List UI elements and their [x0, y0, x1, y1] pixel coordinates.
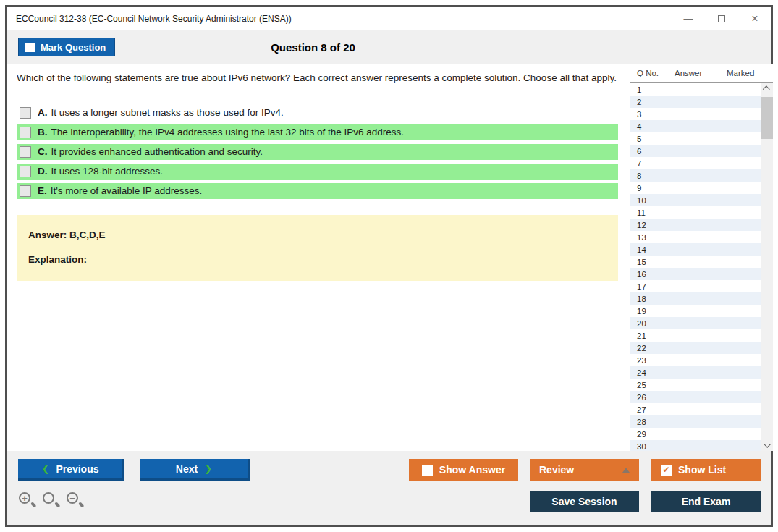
options-list: A. It uses a longer subnet masks as thos… [17, 105, 618, 199]
window-title: ECCouncil 312-38 (EC-Council Network Sec… [16, 14, 672, 24]
next-button[interactable]: Next ❯ [140, 459, 250, 481]
question-list-row[interactable]: 19 [630, 305, 761, 317]
show-list-checkbox[interactable]: ✔ [661, 465, 672, 476]
question-list-row[interactable]: 26 [630, 391, 761, 403]
question-list-row[interactable]: 4 [630, 120, 761, 132]
option-text: It provides enhanced authentication and … [51, 146, 263, 157]
question-number: 3 [637, 110, 641, 119]
question-list-row[interactable]: 22 [630, 342, 761, 354]
question-list-row[interactable]: 2 [630, 96, 761, 108]
question-list-row[interactable]: 8 [630, 169, 761, 182]
question-number: 30 [637, 442, 646, 451]
previous-label: Previous [56, 463, 98, 475]
question-list-row[interactable]: 3 [630, 108, 761, 120]
zoom-toolbar: + − [19, 492, 84, 512]
question-list-scrollbar[interactable] [761, 83, 773, 451]
question-number: 9 [637, 184, 641, 193]
question-list-body: 1 2 3 4 5 6 7 8 9 10 11 12 13 14 15 [630, 83, 773, 451]
question-number: 16 [637, 270, 646, 279]
answer-option[interactable]: E. It's more of available IP addresses. [17, 183, 618, 199]
option-text: The interoperability, the IPv4 addresses… [51, 127, 405, 138]
zoom-in-icon[interactable]: + [19, 492, 36, 512]
scroll-up-icon[interactable] [761, 83, 773, 95]
question-number: 22 [637, 344, 646, 352]
question-panel: Which of the following statements are tr… [7, 64, 630, 451]
question-list-row[interactable]: 6 [630, 145, 761, 157]
end-exam-button[interactable]: End Exam [651, 491, 761, 512]
option-letter: D. [38, 166, 48, 177]
question-list-row[interactable]: 25 [630, 379, 761, 391]
question-number: 27 [637, 405, 646, 414]
minimize-button[interactable]: — [672, 7, 705, 30]
question-list-header: Q No. Answer Marked [630, 64, 773, 83]
option-text: It uses a longer subnet masks as those u… [51, 107, 284, 118]
answer-option[interactable]: D. It uses 128-bit addresses. [17, 164, 618, 180]
maximize-icon [718, 15, 725, 22]
footer-band: ❮ Previous Next ❯ Show Answer Review ✔ S… [7, 451, 771, 525]
option-letter: C. [38, 146, 48, 157]
question-list-row[interactable]: 11 [630, 206, 761, 219]
question-list-row[interactable]: 7 [630, 157, 761, 169]
question-list-row[interactable]: 28 [630, 415, 761, 428]
question-number: 7 [637, 159, 641, 168]
show-answer-button[interactable]: Show Answer [409, 459, 518, 481]
chevron-left-icon: ❮ [41, 463, 49, 474]
magnifier-icon[interactable] [43, 492, 60, 512]
question-list-row[interactable]: 10 [630, 194, 761, 206]
question-number: 4 [637, 122, 641, 131]
window-controls: — × [672, 7, 771, 30]
review-dropdown[interactable]: Review [530, 459, 639, 481]
question-number: 12 [637, 221, 646, 229]
question-list-row[interactable]: 15 [630, 256, 761, 268]
answer-option[interactable]: A. It uses a longer subnet masks as thos… [17, 105, 618, 121]
question-list-row[interactable]: 27 [630, 403, 761, 415]
option-checkbox[interactable] [20, 166, 31, 177]
question-number: 28 [637, 418, 646, 426]
maximize-button[interactable] [705, 7, 738, 30]
question-list-row[interactable]: 12 [630, 219, 761, 231]
show-answer-checkbox[interactable] [422, 465, 433, 476]
close-button[interactable]: × [738, 7, 771, 30]
previous-button[interactable]: ❮ Previous [18, 459, 124, 481]
answer-option[interactable]: C. It provides enhanced authentication a… [17, 144, 618, 160]
question-list-row[interactable]: 24 [630, 366, 761, 379]
scroll-down-icon[interactable] [761, 439, 773, 451]
option-checkbox[interactable] [20, 107, 31, 119]
question-number: 19 [637, 307, 646, 316]
option-checkbox[interactable] [20, 146, 31, 158]
question-counter: Question 8 of 20 [7, 30, 620, 64]
question-list-row[interactable]: 20 [630, 317, 761, 329]
option-checkbox[interactable] [20, 185, 31, 197]
question-list-row[interactable]: 23 [630, 354, 761, 366]
question-list-row[interactable]: 5 [630, 132, 761, 145]
show-list-button[interactable]: ✔ Show List [651, 459, 761, 481]
question-list-row[interactable]: 14 [630, 243, 761, 256]
zoom-out-icon[interactable]: − [67, 492, 84, 512]
option-letter: B. [38, 127, 48, 138]
question-list-panel: Q No. Answer Marked 1 2 3 4 5 6 7 8 9 10… [630, 64, 773, 451]
question-list-row[interactable]: 29 [630, 428, 761, 440]
end-exam-label: End Exam [682, 496, 731, 507]
question-list-rows: 1 2 3 4 5 6 7 8 9 10 11 12 13 14 15 [630, 83, 761, 451]
question-list-row[interactable]: 17 [630, 280, 761, 292]
question-list-row[interactable]: 13 [630, 231, 761, 243]
question-number: 25 [637, 381, 646, 389]
question-list-row[interactable]: 18 [630, 292, 761, 305]
dropdown-arrow-icon [622, 468, 630, 473]
option-checkbox[interactable] [20, 127, 31, 138]
column-qno: Q No. [637, 69, 675, 77]
question-list-row[interactable]: 9 [630, 182, 761, 194]
option-letter: A. [38, 107, 48, 118]
title-bar: ECCouncil 312-38 (EC-Council Network Sec… [7, 7, 771, 30]
question-list-row[interactable]: 30 [630, 440, 761, 451]
question-list-row[interactable]: 1 [630, 83, 761, 96]
save-session-button[interactable]: Save Session [530, 491, 639, 512]
question-list-row[interactable]: 21 [630, 329, 761, 342]
question-number: 26 [637, 393, 646, 402]
answer-box: Answer: B,C,D,E Explanation: [17, 215, 618, 281]
question-list-row[interactable]: 16 [630, 268, 761, 280]
option-text: It uses 128-bit addresses. [51, 166, 164, 177]
option-text: It's more of available IP addresses. [51, 185, 202, 196]
scrollbar-thumb[interactable] [761, 97, 773, 139]
answer-option[interactable]: B. The interoperability, the IPv4 addres… [17, 124, 618, 140]
